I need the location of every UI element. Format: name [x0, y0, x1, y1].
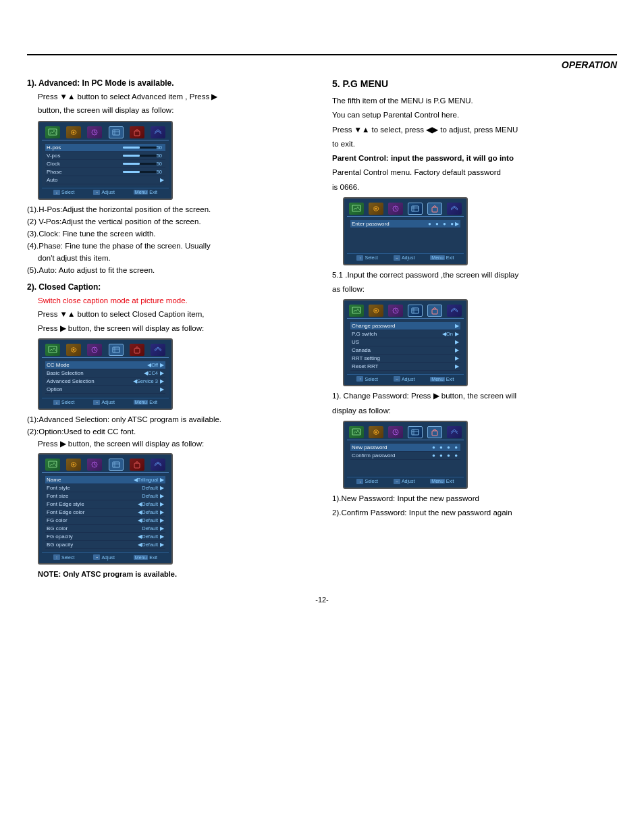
- menu-icon-timer-51: [388, 305, 403, 317]
- section2-heading: 2). Closed Caption:: [27, 281, 312, 293]
- tv-screen-1: H-pos 50 V-pos 50: [38, 121, 173, 200]
- menu-icon-channel-cpw: [447, 426, 462, 438]
- svg-line-4: [95, 132, 96, 133]
- svg-point-37: [375, 310, 377, 312]
- menu-icon-setup-3: [109, 459, 124, 471]
- header-divider: [27, 54, 617, 55]
- pg-para6: Parental Control menu. Factory default p…: [332, 167, 617, 178]
- menu-icon-channel-pg: [447, 203, 462, 215]
- item1-phase2: don't adjust this item.: [38, 253, 312, 263]
- item1-vpos: (2) V-Pos:Adjust the vertical position o…: [27, 216, 312, 227]
- menu-icon-channel: [151, 126, 165, 138]
- screen2-bottom: ↕ Select ↔ Adjust Menu Exit: [42, 398, 169, 406]
- screen3-bottom: ↕ Select ↔ Adjust Menu Exit: [42, 552, 169, 561]
- menu-bar-51: [347, 303, 464, 319]
- menu-icon-pg-51: [427, 305, 442, 317]
- pg-menu-title: 5. P.G MENU: [332, 77, 617, 91]
- tv-screen-pg: Enter password ● ● ● ● ▶ ↕ Select ↔ Adju…: [343, 197, 468, 265]
- screen3-row-fontedgecolor: Font Edge color ◀ Default ▶: [45, 509, 165, 517]
- item2-advanced: (1):Advanced Selection: only ATSC progra…: [27, 414, 312, 425]
- screen-pg-row-password: Enter password ● ● ● ● ▶: [350, 220, 460, 228]
- screen3-content: Name ◀ Trilingual ▶ Font style Default ▶…: [42, 474, 169, 551]
- menu-icon-audio: [66, 126, 81, 138]
- sub51-sub: as follow:: [332, 284, 617, 295]
- section1-para2: button, the screen will display as follo…: [38, 105, 312, 116]
- menu-icon-pg-cpw: [427, 426, 442, 438]
- screen3-row-fgcolor: FG color ◀ Default ▶: [45, 517, 165, 525]
- svg-line-22: [95, 465, 96, 465]
- tv-screen-51: Change password ▶ P.G switch ◀ On ▶ US ▶: [343, 299, 468, 386]
- menu-icon-timer: [87, 126, 102, 138]
- tv-screen-changepw: New password ● ● ● ● Confirm password ● …: [343, 421, 468, 489]
- sub51-heading: 5.1 .Input the correct password ,the scr…: [332, 269, 617, 281]
- svg-rect-32: [412, 206, 419, 211]
- screen1-row-hpos: H-pos 50: [45, 144, 165, 152]
- screen-changepw-row-new: New password ● ● ● ●: [350, 444, 460, 452]
- menu-icon-channel-51: [447, 305, 462, 317]
- menu-icon-picture-2: [45, 344, 60, 356]
- screen2-row-option: Option ▶: [45, 386, 165, 394]
- left-column: 1). Advanced: In PC Mode is available. P…: [27, 77, 312, 585]
- pg-para2: You can setup Parental Control here.: [332, 109, 617, 121]
- screen51-bottom: ↕ Select ↔ Adjust Menu Exit: [347, 374, 464, 382]
- menu-icon-setup-cpw: [408, 426, 423, 438]
- section2-para2: Press ▶ button, the screen will display …: [38, 323, 312, 334]
- item2-option: (2):Option:Used to edit CC font.: [27, 426, 312, 437]
- screen1-row-auto: Auto ▶: [45, 176, 165, 184]
- screen51-content: Change password ▶ P.G switch ◀ On ▶ US ▶: [347, 320, 464, 373]
- note-atsc: NOTE: Only ATSC program is available.: [38, 569, 312, 580]
- menu-bar-2: [42, 342, 169, 358]
- svg-rect-17: [134, 348, 140, 353]
- screen51-row-canada: Canada ▶: [350, 346, 460, 355]
- item1-phase: (4).Phase: Fine tune the phase of the sc…: [27, 240, 312, 251]
- svg-rect-44: [432, 309, 437, 314]
- svg-point-28: [375, 207, 377, 209]
- svg-rect-8: [134, 131, 140, 136]
- item1-auto: (5).Auto: Auto adjust to fit the screen.: [27, 265, 312, 276]
- new-pw-item: 1).New Password: Input the new password: [332, 493, 617, 504]
- section2-highlight: Switch close caption mode at picture mod…: [38, 295, 312, 307]
- screen2-row-basic: Basic Selection ◀ CC4 ▶: [45, 369, 165, 377]
- svg-rect-36: [352, 307, 360, 313]
- pg-para7: is 0666.: [332, 182, 617, 193]
- section1-para1: Press ▼▲ button to select Advanced item …: [38, 91, 312, 103]
- svg-rect-45: [352, 429, 360, 435]
- menu-icon-setup-2: [109, 344, 124, 356]
- section1-heading: 1). Advanced: In PC Mode is available.: [27, 77, 312, 89]
- svg-point-10: [72, 348, 74, 350]
- screen-changepw-row-confirm: Confirm password ● ● ● ●: [350, 452, 460, 460]
- screen-changepw-bottom: ↕ Select ↔ Adjust Menu Exit: [347, 477, 464, 485]
- menu-bar-changepw: [347, 425, 464, 440]
- menu-bar-pg: [347, 201, 464, 217]
- item2-press: Press ▶ button, the screen will display …: [38, 438, 312, 449]
- screen1-row-phase: Phase 50: [45, 168, 165, 176]
- menu-icon-channel-2: [151, 344, 165, 356]
- screen1-row-clock: Clock 50: [45, 160, 165, 168]
- menu-icon-audio-51: [369, 305, 383, 317]
- screen3-row-fontedgestyle: Font Edge style ◀ Default ▶: [45, 500, 165, 509]
- svg-rect-27: [352, 205, 360, 211]
- menu-icon-setup: [109, 126, 124, 138]
- menu-icon-setup-pg: [408, 203, 423, 215]
- screen3-row-bgcolor: BG color Default ▶: [45, 525, 165, 533]
- menu-icon-audio-3: [66, 459, 81, 471]
- screen3-row-fontstyle: Font style Default ▶: [45, 484, 165, 492]
- screen3-row-name: Name ◀ Trilingual ▶: [45, 476, 165, 484]
- page-number: -12-: [27, 596, 617, 604]
- screen3-row-bgopacity: BG opacity ◀ Default ▶: [45, 541, 165, 549]
- svg-rect-53: [432, 431, 437, 436]
- screen-pg-content: Enter password ● ● ● ● ▶: [347, 218, 464, 252]
- menu-icon-picture-cpw: [349, 426, 364, 438]
- menu-icon-pg-active: [427, 203, 442, 215]
- menu-icon-pg: [130, 126, 144, 138]
- svg-line-13: [95, 350, 96, 350]
- screen51-row-rrtsetting: RRT setting ▶: [350, 355, 460, 363]
- screen51-row-pgswitch: P.G switch ◀ On ▶: [350, 330, 460, 338]
- pg-para4: to exit.: [332, 138, 617, 150]
- svg-line-40: [396, 311, 397, 311]
- svg-rect-41: [412, 308, 419, 313]
- svg-rect-35: [432, 207, 437, 212]
- svg-line-49: [396, 432, 397, 433]
- menu-icon-audio-pg: [369, 203, 383, 215]
- menu-icon-picture: [45, 126, 60, 138]
